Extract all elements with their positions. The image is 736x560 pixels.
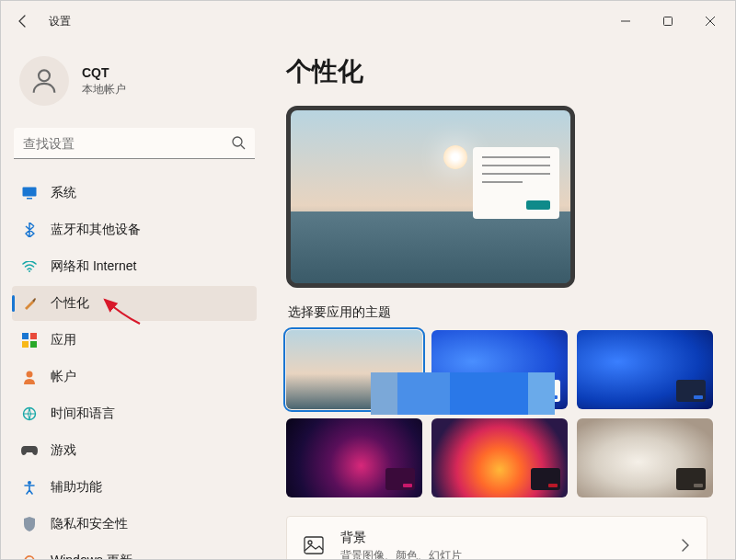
theme-thumb-6[interactable] <box>577 418 713 497</box>
svg-rect-9 <box>30 333 37 339</box>
sidebar-item-personalization[interactable]: 个性化 <box>12 286 257 321</box>
accessibility-icon <box>21 479 38 496</box>
svg-rect-1 <box>664 17 673 26</box>
globe-clock-icon <box>21 406 38 422</box>
main-content: 个性化 选择要应用的主题 背景 <box>268 41 735 559</box>
theme-grid <box>286 330 707 497</box>
profile-block[interactable]: CQT 本地帐户 <box>12 41 257 128</box>
svg-rect-8 <box>22 333 29 339</box>
sidebar-item-network[interactable]: 网络和 Internet <box>12 249 257 284</box>
search-icon <box>231 135 246 154</box>
svg-point-3 <box>233 137 242 146</box>
sidebar-item-label: 蓝牙和其他设备 <box>51 222 141 238</box>
apps-icon <box>21 332 38 349</box>
theme-thumb-3[interactable] <box>577 330 713 409</box>
themes-header: 选择要应用的主题 <box>288 304 707 321</box>
sidebar-item-label: 游戏 <box>51 442 76 459</box>
svg-point-12 <box>27 371 33 378</box>
chevron-right-icon <box>681 539 690 555</box>
sidebar-item-label: 隐私和安全性 <box>51 516 128 532</box>
desktop-preview <box>286 106 575 288</box>
svg-rect-10 <box>22 341 29 348</box>
sidebar-item-privacy[interactable]: 隐私和安全性 <box>12 507 257 542</box>
sidebar-item-update[interactable]: Windows 更新 <box>12 543 257 560</box>
svg-line-4 <box>241 145 245 149</box>
annotation-overlay <box>371 372 555 415</box>
user-subtitle: 本地帐户 <box>82 82 126 97</box>
maximize-button[interactable] <box>647 6 689 36</box>
bluetooth-icon <box>21 222 38 238</box>
wifi-icon <box>21 258 38 275</box>
sidebar-item-label: 系统 <box>51 185 76 201</box>
sidebar-item-label: 帐户 <box>51 369 76 385</box>
svg-point-7 <box>29 270 30 272</box>
paintbrush-icon <box>21 295 38 312</box>
sidebar-item-label: 个性化 <box>51 295 89 312</box>
sidebar-item-label: Windows 更新 <box>51 553 132 560</box>
svg-rect-11 <box>30 341 37 348</box>
minimize-button[interactable] <box>604 6 647 36</box>
svg-rect-15 <box>305 537 323 554</box>
page-title: 个性化 <box>286 54 707 89</box>
preview-window-card <box>473 147 559 219</box>
setting-row-background[interactable]: 背景 背景图像、颜色、幻灯片 <box>286 516 707 559</box>
window-title: 设置 <box>49 14 71 29</box>
search-box[interactable] <box>14 128 255 159</box>
sidebar-item-accounts[interactable]: 帐户 <box>12 360 257 394</box>
svg-rect-6 <box>27 198 32 200</box>
sidebar-item-apps[interactable]: 应用 <box>12 323 257 358</box>
gamepad-icon <box>21 442 38 459</box>
system-icon <box>21 185 38 201</box>
search-input[interactable] <box>14 128 255 159</box>
sidebar: CQT 本地帐户 系统 蓝牙和其他设备 网络和 Internet <box>1 41 268 559</box>
theme-thumb-5[interactable] <box>431 418 568 497</box>
sidebar-item-bluetooth[interactable]: 蓝牙和其他设备 <box>12 212 257 247</box>
sidebar-item-label: 辅助功能 <box>51 479 102 496</box>
sidebar-item-accessibility[interactable]: 辅助功能 <box>12 470 257 505</box>
svg-point-16 <box>308 541 312 544</box>
setting-subtitle: 背景图像、颜色、幻灯片 <box>340 548 462 559</box>
user-name: CQT <box>82 65 126 80</box>
setting-title: 背景 <box>340 530 462 546</box>
sidebar-item-time[interactable]: 时间和语言 <box>12 396 257 431</box>
svg-point-14 <box>28 481 31 485</box>
sidebar-item-system[interactable]: 系统 <box>12 176 257 211</box>
back-button[interactable] <box>5 3 41 40</box>
sidebar-item-gaming[interactable]: 游戏 <box>12 433 257 468</box>
avatar <box>19 56 69 106</box>
close-button[interactable] <box>689 6 731 36</box>
theme-thumb-4[interactable] <box>286 418 422 497</box>
sidebar-item-label: 时间和语言 <box>51 406 115 422</box>
svg-rect-5 <box>23 188 37 197</box>
person-icon <box>21 369 38 385</box>
update-icon <box>21 553 38 560</box>
shield-icon <box>21 516 38 532</box>
picture-icon <box>304 535 324 559</box>
sidebar-item-label: 网络和 Internet <box>51 258 136 275</box>
svg-point-2 <box>39 70 50 81</box>
sidebar-item-label: 应用 <box>51 332 76 349</box>
titlebar: 设置 <box>1 1 735 41</box>
nav-list: 系统 蓝牙和其他设备 网络和 Internet 个性化 应用 帐户 <box>12 176 257 560</box>
